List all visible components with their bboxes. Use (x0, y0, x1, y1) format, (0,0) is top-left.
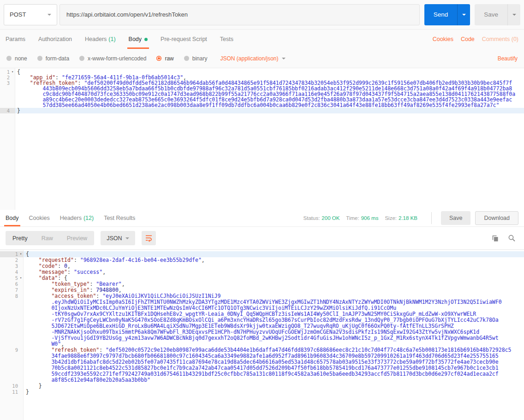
line-number-gutter: 2 (0, 257, 24, 263)
response-save-button[interactable]: Save (441, 211, 471, 225)
code-link[interactable]: Code (461, 36, 475, 42)
url-text: https://api.orbitaiot.com/open/v1/refres… (66, 11, 188, 18)
radio-raw[interactable]: raw (156, 55, 173, 62)
line-number-gutter (0, 102, 15, 108)
line-number-gutter (0, 359, 24, 365)
code-text: } (24, 383, 524, 389)
line-number-gutter (0, 311, 24, 317)
code-line: 11} (0, 389, 524, 395)
view-pretty-button[interactable]: Pretty (6, 231, 35, 245)
request-url-bar: POST https://api.orbitaiot.com/open/v1/r… (0, 0, 524, 30)
line-number: 3 (0, 80, 10, 86)
response-tab-body[interactable]: Body (6, 210, 19, 226)
response-body-editor[interactable]: 1▾{2 "requestId": "968928ea-2daf-4c16-be… (0, 249, 524, 420)
line-number: 1 (0, 69, 10, 75)
line-number-gutter (0, 365, 24, 371)
search-icon[interactable] (508, 234, 516, 242)
method-select[interactable]: POST (4, 4, 57, 25)
line-number-gutter (0, 335, 24, 341)
radio-form-data[interactable]: form-data (37, 55, 69, 62)
response-tabs-bar: Body Cookies Headers (12) Test Results S… (0, 210, 524, 227)
line-number-gutter (0, 341, 24, 347)
radio-binary[interactable]: binary (184, 55, 208, 62)
body-type-bar: none form-data x-www-form-urlencoded raw… (0, 49, 524, 68)
view-raw-button[interactable]: Raw (35, 231, 60, 245)
time-value: 906 ms (361, 215, 379, 221)
fold-toggle-icon[interactable]: ▾ (10, 69, 15, 75)
line-number-gutter (0, 86, 15, 91)
request-body-editor[interactable]: 1▾{2 "app_id": "fe271659-56a4-411f-9b1a-… (0, 68, 524, 210)
code-line: 4} (0, 108, 524, 113)
line-number-gutter (0, 97, 15, 102)
headers-count-badge: (1) (108, 36, 115, 42)
radio-icon (184, 56, 189, 61)
send-button[interactable]: Send (424, 4, 458, 25)
content-type-select[interactable]: JSON (application/json) (220, 55, 285, 62)
tab-params[interactable]: Params (6, 30, 25, 49)
format-select[interactable]: JSON (101, 231, 135, 245)
response-tab-test-results[interactable]: Test Results (104, 210, 135, 226)
chevron-down-icon (125, 237, 129, 239)
tab-authorization[interactable]: Authorization (38, 30, 72, 49)
code-text: "message": "success", (24, 269, 524, 275)
send-button-group: Send (424, 4, 470, 25)
save-button-group: Save (475, 4, 520, 25)
line-number: 2 (0, 75, 10, 80)
radio-none[interactable]: none (6, 55, 27, 62)
line-number-gutter (0, 371, 24, 377)
line-number-gutter: 8 (0, 293, 24, 299)
line-number-gutter: 11 (0, 389, 24, 395)
body-filled-dot (144, 38, 148, 41)
divider (431, 212, 432, 224)
comments-link[interactable]: Comments (0) (482, 36, 518, 42)
code-text: } (24, 389, 524, 395)
code-line: 4 "message": "success", (0, 269, 524, 275)
line-number-gutter: 9 (0, 347, 24, 353)
radio-x-www-form-urlencoded[interactable]: x-www-form-urlencoded (79, 55, 146, 62)
response-tab-cookies[interactable]: Cookies (29, 210, 50, 226)
response-headers-count-badge: (12) (83, 215, 94, 221)
fold-toggle-icon[interactable]: ▾ (18, 275, 24, 281)
line-number-gutter (0, 299, 24, 305)
line-number: 3 (0, 263, 18, 269)
chevron-down-icon (512, 14, 516, 16)
line-number-gutter: 1▾ (0, 69, 15, 75)
method-label: POST (10, 11, 26, 18)
send-options-button[interactable] (457, 4, 470, 25)
line-number-gutter: 1▾ (0, 251, 24, 257)
save-button[interactable]: Save (475, 4, 507, 25)
line-number-gutter: 3 (0, 263, 24, 269)
line-number: 4 (0, 269, 18, 275)
line-number: 4 (0, 108, 10, 113)
fold-toggle-icon[interactable]: ▾ (18, 251, 24, 257)
tab-tests[interactable]: Tests (220, 30, 233, 49)
line-number-gutter (0, 377, 24, 383)
request-tabs: Params Authorization Headers (1) Body Pr… (0, 30, 524, 49)
code-text: "requestId": "968928ea-2daf-4c16-be04-ee… (24, 257, 524, 263)
response-meta: Status: 200 OK Time: 906 ms Size: 2.18 K… (304, 215, 422, 221)
url-input[interactable]: https://api.orbitaiot.com/open/v1/refres… (60, 4, 420, 25)
save-options-button[interactable] (507, 4, 520, 25)
line-number-gutter (0, 353, 24, 359)
beautify-link[interactable]: Beautify (498, 55, 518, 62)
copy-icon[interactable] (491, 234, 499, 242)
response-tab-headers[interactable]: Headers (12) (60, 210, 94, 226)
response-download-button[interactable]: Download (475, 211, 518, 225)
radio-icon (37, 56, 42, 61)
tab-prerequest-script[interactable]: Pre-request Script (161, 30, 207, 49)
cookies-link[interactable]: Cookies (433, 36, 453, 42)
line-number-gutter: 4 (0, 269, 24, 275)
line-number-gutter: 2 (0, 75, 15, 80)
code-line: a8f85c612e94af80e2b20a5aa3b0bb" (0, 377, 524, 383)
line-number: 8 (0, 293, 18, 299)
view-preview-button[interactable]: Preview (60, 231, 94, 245)
tab-headers[interactable]: Headers (1) (85, 30, 116, 49)
size-value: 2.18 KB (399, 215, 417, 221)
chevron-down-icon (48, 14, 51, 16)
response-view-toolbar: Pretty Raw Preview JSON (0, 227, 524, 249)
line-number: 9 (0, 347, 18, 353)
line-number-gutter: 10 (0, 383, 24, 389)
line-number: 5 (0, 275, 18, 281)
wrap-text-button[interactable] (142, 231, 156, 245)
tab-body[interactable]: Body (129, 30, 148, 49)
